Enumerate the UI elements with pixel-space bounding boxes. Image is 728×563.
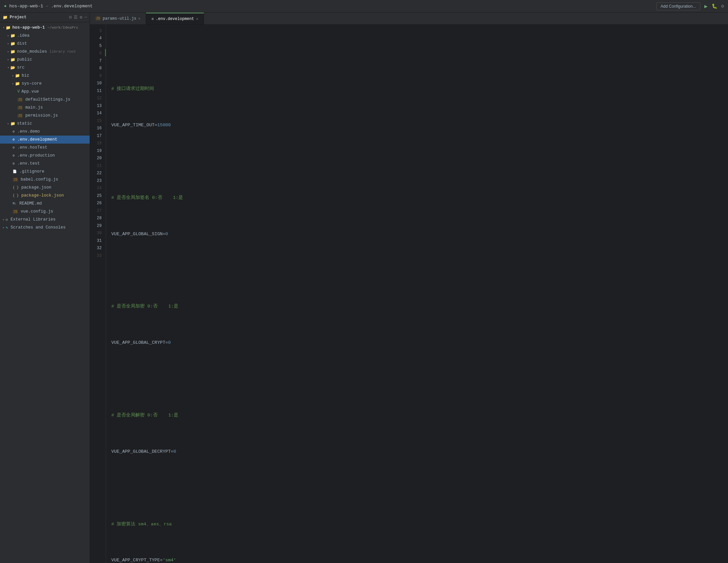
public-label: public [17, 57, 32, 62]
scratches-icon: ✎ [6, 226, 8, 230]
code-line-15 [111, 484, 728, 492]
tab-params-util-label: params-util.js [103, 16, 136, 21]
tab-params-util[interactable]: JS params-util.js ✕ [90, 13, 146, 24]
sidebar-item-biz[interactable]: ▸ 📁 biz [0, 72, 90, 80]
folder-icon: 📁 [10, 57, 15, 62]
sidebar-item-src[interactable]: ▾ 📂 src [0, 64, 90, 72]
settings-icon[interactable]: ☰ [74, 15, 78, 20]
sidebar-item-env-demo[interactable]: ⚙ .env.demo [0, 128, 90, 136]
line-num-32: 32 [90, 245, 106, 253]
settings-icon[interactable]: ⚙ [721, 3, 724, 9]
env-icon: ⚙ [13, 130, 15, 134]
code-editor[interactable]: 3 4 5 6 7 8 9 10 11 12 13 14 15 16 17 18… [90, 25, 728, 563]
static-label: static [17, 121, 32, 126]
run-button[interactable]: ▶ [704, 3, 708, 10]
code-content[interactable]: # 接口请求过期时间 VUE_APP_TIME_OUT=15000 # 是否全局… [106, 25, 728, 563]
sidebar-item-babel-config[interactable]: JS babel.config.js [0, 176, 90, 184]
dist-label: dist [17, 41, 27, 46]
line-num-28: 28 [90, 215, 106, 223]
env-tab-icon: ⚙ [151, 17, 154, 21]
tab-env-development[interactable]: ⚙ .env.development ✕ [146, 13, 204, 24]
line-num-6: 6 [90, 50, 106, 58]
collapse-all-icon[interactable]: ⊟ [69, 15, 72, 20]
sidebar-tree: ▾ 📁 hos-app-web-1 ~/work/IdeaPrc ▸ 📁 .id… [0, 22, 90, 563]
chevron-right-icon: ▸ [3, 226, 5, 230]
sidebar-item-gitignore[interactable]: 📄 .gitignore [0, 168, 90, 176]
sidebar-item-external-libraries[interactable]: ▸ ⊞ External Libraries [0, 216, 90, 224]
main-layout: 📁 Project ⊟ ☰ ⚙ — ▾ 📁 hos-app-web-1 ~/wo… [0, 13, 728, 563]
folder-icon: 📁 [10, 49, 15, 54]
code-line-4: # 接口请求过期时间 [111, 85, 728, 93]
add-configuration-button[interactable]: Add Configuration... [656, 2, 700, 10]
folder-icon: 📁 [6, 25, 11, 30]
line-num-22: 22 [90, 170, 106, 178]
sidebar-item-dist[interactable]: ▸ 📁 dist [0, 40, 90, 48]
folder-icon: 📁 [10, 41, 15, 46]
window-title: hos-app-web-1 [9, 4, 43, 9]
gear-icon[interactable]: ⚙ [80, 15, 82, 20]
folder-icon: 📁 [10, 33, 15, 38]
env-icon: ⚙ [13, 162, 15, 166]
sidebar-item-node-modules[interactable]: ▸ 📁 node_modules library root [0, 48, 90, 56]
sidebar-item-vue-config[interactable]: JS vue.config.js [0, 208, 90, 216]
line-num-25: 25 [90, 192, 106, 200]
sidebar-item-package-lock-json[interactable]: { } package-lock.json [0, 192, 90, 200]
project-name: ● [4, 4, 7, 9]
sidebar-item-app-vue[interactable]: V App.vue [0, 88, 90, 96]
env-icon: ⚙ [13, 146, 15, 150]
sidebar-item-sys-core[interactable]: ▸ 📁 sys-core [0, 80, 90, 88]
line-num-10: 10 [90, 80, 106, 88]
babel-config-label: babel.config.js [21, 177, 58, 182]
sidebar-item-public[interactable]: ▸ 📁 public [0, 56, 90, 64]
debug-button[interactable]: 🐛 [712, 3, 717, 9]
sidebar-item-scratches[interactable]: ▸ ✎ Scratches and Consoles [0, 224, 90, 232]
sidebar-item-env-development[interactable]: ⚙ .env.development [0, 136, 90, 144]
package-json-label: package.json [21, 185, 51, 190]
line-numbers: 3 4 5 6 7 8 9 10 11 12 13 14 15 16 17 18… [90, 25, 106, 563]
env-demo-label: .env.demo [17, 129, 40, 134]
line-num-13: 13 [90, 102, 106, 110]
chevron-right-icon: ▸ [7, 122, 9, 126]
vue-config-label: vue.config.js [21, 209, 53, 214]
folder-icon: 📁 [10, 121, 15, 126]
line-num-24: 24 [90, 185, 106, 193]
sidebar-item-env-hostest[interactable]: ⚙ .env.hosTest [0, 144, 90, 152]
sidebar-item-env-production[interactable]: ⚙ .env.production [0, 152, 90, 160]
src-label: src [17, 65, 25, 70]
sidebar-item-readme[interactable]: M↓ README.md [0, 200, 90, 208]
sidebar-item-env-test[interactable]: ⚙ .env.test [0, 160, 90, 168]
code-line-9 [111, 267, 728, 274]
tab-close-params-util[interactable]: ✕ [138, 16, 141, 21]
sidebar-item-package-json[interactable]: { } package.json [0, 184, 90, 192]
line-num-31: 31 [90, 237, 106, 245]
chevron-right-icon: ▸ [12, 82, 14, 86]
json-icon: { } [13, 194, 19, 198]
biz-label: biz [22, 73, 29, 78]
sidebar-item-permission-js[interactable]: JS permission.js [0, 112, 90, 120]
chevron-right-icon: ▸ [12, 74, 14, 78]
line-num-15: 15 [90, 117, 106, 125]
tab-bar: JS params-util.js ✕ ⚙ .env.development ✕ [90, 13, 728, 25]
sidebar-item-main-js[interactable]: JS main.js [0, 104, 90, 112]
line-num-14: 14 [90, 110, 106, 118]
code-line-12 [111, 375, 728, 383]
sidebar-item-static[interactable]: ▸ 📁 static [0, 120, 90, 128]
folder-open-icon: 📂 [10, 65, 15, 70]
library-icon: ⊞ [6, 218, 8, 222]
code-line-10: # 是否全局加密 0:否 1:是 [111, 303, 728, 310]
package-lock-json-label: package-lock.json [21, 193, 64, 198]
sidebar-item-root[interactable]: ▾ 📁 hos-app-web-1 ~/work/IdeaPrc [0, 24, 90, 32]
tab-close-env-development[interactable]: ✕ [196, 17, 198, 21]
line-num-8: 8 [90, 65, 106, 73]
line-num-11: 11 [90, 87, 106, 95]
sidebar-item-idea[interactable]: ▸ 📁 .idea [0, 32, 90, 40]
js-icon: JS [17, 114, 23, 118]
idea-label: .idea [17, 33, 30, 38]
sidebar-item-default-settings[interactable]: JS defaultSettings.js [0, 96, 90, 104]
js-icon: JS [17, 98, 23, 102]
tab-env-development-label: .env.development [156, 17, 194, 21]
title-separator: – [46, 4, 48, 9]
code-line-3 [111, 49, 728, 57]
sidebar-title: Project [10, 15, 26, 20]
more-icon[interactable]: — [84, 15, 87, 20]
